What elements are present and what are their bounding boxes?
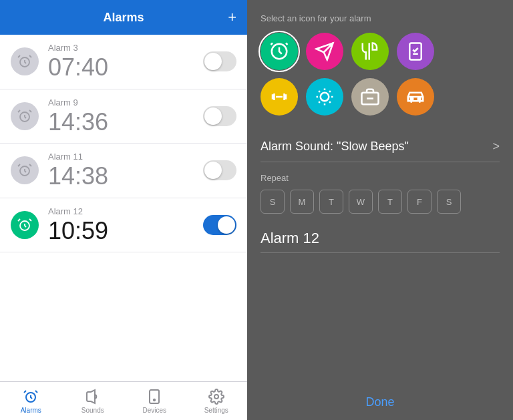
icon-plane[interactable] bbox=[306, 33, 343, 70]
icon-checklist[interactable] bbox=[397, 33, 434, 70]
alarm-3-toggle[interactable] bbox=[203, 51, 236, 71]
alarm-sound-value: "Slow Beeps" bbox=[337, 140, 409, 153]
day-friday[interactable]: F bbox=[407, 190, 432, 214]
alarm-sound-chevron-icon: > bbox=[492, 140, 500, 154]
app-title: Alarms bbox=[103, 11, 144, 25]
svg-point-13 bbox=[418, 97, 421, 100]
add-alarm-button[interactable]: + bbox=[228, 10, 236, 25]
alarm-9-time: 14:36 bbox=[48, 109, 203, 136]
nav-item-sounds[interactable]: Sounds bbox=[62, 382, 124, 420]
svg-point-10 bbox=[321, 93, 329, 101]
alarm-11-toggle[interactable] bbox=[203, 160, 236, 180]
alarm-nav-icon bbox=[23, 389, 39, 405]
done-label: Done bbox=[365, 395, 394, 409]
table-row: Alarm 9 14:36 bbox=[0, 89, 247, 144]
nav-item-alarms[interactable]: Alarms bbox=[0, 382, 62, 420]
day-thursday[interactable]: T bbox=[378, 190, 402, 214]
sounds-nav-icon bbox=[85, 389, 101, 405]
alarm-11-name: Alarm 11 bbox=[48, 152, 203, 162]
left-panel: Alarms + Alarm 3 07:40 bbox=[0, 0, 247, 420]
icon-food[interactable] bbox=[351, 33, 389, 70]
alarm-name-display[interactable]: Alarm 12 bbox=[261, 230, 500, 247]
alarm-12-info: Alarm 12 10:59 bbox=[48, 206, 203, 244]
alarm-icon-3 bbox=[11, 47, 39, 75]
alarm-icon-11 bbox=[11, 156, 39, 184]
alarm-sound-row[interactable]: Alarm Sound: "Slow Beeps" > bbox=[261, 132, 500, 162]
icon-select-label: Select an icon for your alarm bbox=[261, 13, 500, 23]
alarm-name-wrap: Alarm 12 bbox=[261, 230, 500, 253]
bottom-nav: Alarms Sounds Devices bbox=[0, 381, 247, 420]
icon-dumbbell[interactable] bbox=[261, 78, 298, 116]
svg-point-6 bbox=[154, 399, 155, 400]
icon-car[interactable] bbox=[397, 78, 434, 116]
header: Alarms + bbox=[0, 0, 247, 35]
alarm-12-time: 10:59 bbox=[48, 218, 203, 244]
nav-label-sounds: Sounds bbox=[81, 407, 104, 414]
alarm-9-name: Alarm 9 bbox=[48, 97, 203, 108]
table-row: Alarm 11 14:38 bbox=[0, 144, 247, 198]
alarm-icon-9 bbox=[11, 102, 39, 130]
alarm-sound-text: Alarm Sound: "Slow Beeps" bbox=[261, 140, 492, 154]
nav-label-devices: Devices bbox=[142, 407, 166, 414]
alarm-3-info: Alarm 3 07:40 bbox=[48, 43, 203, 81]
alarm-3-time: 07:40 bbox=[48, 54, 203, 81]
alarm-12-toggle[interactable] bbox=[203, 215, 236, 235]
day-wednesday[interactable]: W bbox=[349, 190, 373, 214]
done-button[interactable]: Done bbox=[261, 385, 500, 420]
alarm-11-time: 14:38 bbox=[48, 163, 203, 190]
icon-clock[interactable] bbox=[261, 33, 298, 70]
right-panel: Select an icon for your alarm bbox=[247, 0, 513, 420]
nav-item-devices[interactable]: Devices bbox=[124, 382, 186, 420]
repeat-label: Repeat bbox=[261, 173, 500, 183]
alarm-3-name: Alarm 3 bbox=[48, 43, 203, 53]
devices-nav-icon bbox=[146, 389, 162, 405]
day-saturday[interactable]: S bbox=[437, 190, 461, 214]
nav-label-alarms: Alarms bbox=[21, 407, 41, 414]
alarm-11-info: Alarm 11 14:38 bbox=[48, 152, 203, 190]
alarm-9-toggle[interactable] bbox=[203, 106, 236, 126]
table-row: Alarm 12 10:59 bbox=[0, 198, 247, 253]
table-row: Alarm 3 07:40 bbox=[0, 35, 247, 89]
nav-label-settings: Settings bbox=[204, 407, 228, 414]
svg-point-12 bbox=[411, 97, 413, 100]
icon-sun[interactable] bbox=[306, 78, 343, 116]
svg-point-7 bbox=[214, 395, 218, 399]
alarm-12-name: Alarm 12 bbox=[48, 206, 203, 216]
day-sunday[interactable]: S bbox=[261, 190, 285, 214]
alarm-sound-label: Alarm Sound: bbox=[261, 140, 337, 153]
day-monday[interactable]: M bbox=[290, 190, 314, 214]
alarm-list: Alarm 3 07:40 Alarm 9 14:36 bbox=[0, 35, 247, 381]
alarm-icon-12 bbox=[11, 211, 39, 239]
icon-briefcase[interactable] bbox=[351, 78, 389, 116]
alarm-9-info: Alarm 9 14:36 bbox=[48, 97, 203, 136]
days-row: S M T W T F S bbox=[261, 190, 500, 214]
icon-grid bbox=[261, 33, 500, 116]
day-tuesday[interactable]: T bbox=[319, 190, 343, 214]
settings-nav-icon bbox=[208, 389, 224, 405]
svg-point-8 bbox=[272, 44, 287, 59]
nav-item-settings[interactable]: Settings bbox=[186, 382, 248, 420]
